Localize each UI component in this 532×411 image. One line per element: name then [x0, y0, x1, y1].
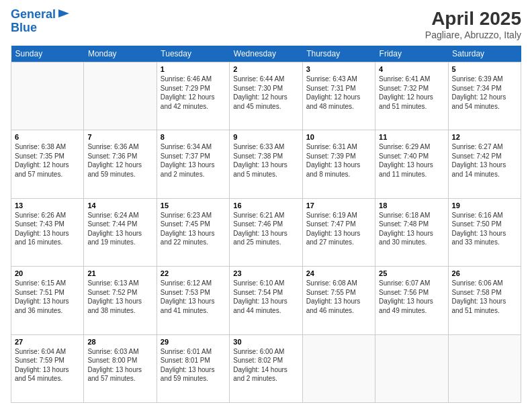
day-header-saturday: Saturday [448, 46, 521, 62]
calendar-cell: 27Sunrise: 6:04 AM Sunset: 7:59 PM Dayli… [11, 334, 84, 402]
day-header-monday: Monday [84, 46, 157, 62]
day-number: 19 [452, 201, 517, 210]
day-info: Sunrise: 6:13 AM Sunset: 7:52 PM Dayligh… [87, 279, 152, 315]
calendar-cell: 18Sunrise: 6:18 AM Sunset: 7:48 PM Dayli… [375, 198, 448, 266]
day-number: 4 [379, 65, 444, 73]
calendar-cell [302, 334, 375, 402]
day-number: 20 [15, 269, 80, 277]
day-number: 23 [233, 269, 298, 277]
day-number: 30 [233, 338, 298, 346]
day-number: 10 [306, 133, 371, 141]
page: General Blue April 2025 Pagliare, Abruzz… [0, 0, 532, 411]
calendar-cell: 10Sunrise: 6:31 AM Sunset: 7:39 PM Dayli… [302, 130, 375, 198]
day-info: Sunrise: 6:06 AM Sunset: 7:58 PM Dayligh… [452, 279, 517, 315]
title-block: April 2025 Pagliare, Abruzzo, Italy [425, 8, 521, 40]
day-number: 18 [379, 201, 444, 210]
day-info: Sunrise: 6:18 AM Sunset: 7:48 PM Dayligh… [379, 211, 444, 247]
calendar-cell: 29Sunrise: 6:01 AM Sunset: 8:01 PM Dayli… [157, 334, 229, 402]
calendar-title: April 2025 [425, 8, 521, 30]
logo-text: General [11, 8, 56, 21]
week-row-4: 20Sunrise: 6:15 AM Sunset: 7:51 PM Dayli… [11, 267, 521, 334]
day-info: Sunrise: 6:03 AM Sunset: 8:00 PM Dayligh… [87, 347, 152, 383]
day-info: Sunrise: 6:46 AM Sunset: 7:29 PM Dayligh… [161, 75, 226, 111]
calendar-subtitle: Pagliare, Abruzzo, Italy [425, 30, 521, 40]
calendar-cell: 26Sunrise: 6:06 AM Sunset: 7:58 PM Dayli… [448, 267, 521, 334]
day-info: Sunrise: 6:23 AM Sunset: 7:45 PM Dayligh… [161, 211, 226, 247]
calendar-cell: 6Sunrise: 6:38 AM Sunset: 7:35 PM Daylig… [11, 130, 84, 198]
day-number: 15 [161, 201, 226, 210]
day-info: Sunrise: 6:26 AM Sunset: 7:43 PM Dayligh… [15, 211, 80, 247]
day-info: Sunrise: 6:41 AM Sunset: 7:32 PM Dayligh… [379, 75, 444, 111]
day-number: 28 [87, 338, 152, 346]
calendar-header-row: SundayMondayTuesdayWednesdayThursdayFrid… [11, 46, 521, 62]
logo-icon [57, 8, 71, 21]
day-number: 3 [306, 65, 371, 73]
day-info: Sunrise: 6:43 AM Sunset: 7:31 PM Dayligh… [306, 75, 371, 111]
day-header-friday: Friday [375, 46, 448, 62]
calendar-cell: 15Sunrise: 6:23 AM Sunset: 7:45 PM Dayli… [157, 198, 229, 266]
day-info: Sunrise: 6:31 AM Sunset: 7:39 PM Dayligh… [306, 142, 371, 179]
day-info: Sunrise: 6:07 AM Sunset: 7:56 PM Dayligh… [379, 279, 444, 315]
calendar-cell: 23Sunrise: 6:10 AM Sunset: 7:54 PM Dayli… [230, 267, 302, 334]
day-number: 22 [161, 269, 226, 277]
day-number: 5 [452, 65, 517, 73]
day-info: Sunrise: 6:01 AM Sunset: 8:01 PM Dayligh… [161, 347, 226, 383]
calendar-cell [84, 62, 157, 130]
calendar-cell: 16Sunrise: 6:21 AM Sunset: 7:46 PM Dayli… [230, 198, 302, 266]
day-info: Sunrise: 6:12 AM Sunset: 7:53 PM Dayligh… [161, 279, 226, 315]
calendar-cell: 21Sunrise: 6:13 AM Sunset: 7:52 PM Dayli… [84, 267, 157, 334]
day-number: 24 [306, 269, 371, 277]
day-number: 29 [161, 338, 226, 346]
calendar-cell: 30Sunrise: 6:00 AM Sunset: 8:02 PM Dayli… [230, 334, 302, 402]
calendar-body: 1Sunrise: 6:46 AM Sunset: 7:29 PM Daylig… [11, 62, 521, 403]
logo: General Blue [11, 8, 71, 35]
day-info: Sunrise: 6:04 AM Sunset: 7:59 PM Dayligh… [15, 347, 80, 383]
day-info: Sunrise: 6:16 AM Sunset: 7:50 PM Dayligh… [452, 211, 517, 247]
calendar-cell: 3Sunrise: 6:43 AM Sunset: 7:31 PM Daylig… [302, 62, 375, 130]
day-header-sunday: Sunday [11, 46, 84, 62]
calendar-cell: 12Sunrise: 6:27 AM Sunset: 7:42 PM Dayli… [448, 130, 521, 198]
day-info: Sunrise: 6:19 AM Sunset: 7:47 PM Dayligh… [306, 211, 371, 247]
svg-marker-0 [58, 9, 69, 17]
calendar-cell: 14Sunrise: 6:24 AM Sunset: 7:44 PM Dayli… [84, 198, 157, 266]
week-row-5: 27Sunrise: 6:04 AM Sunset: 7:59 PM Dayli… [11, 334, 521, 402]
day-number: 6 [15, 133, 80, 141]
day-number: 27 [15, 338, 80, 346]
calendar-cell: 19Sunrise: 6:16 AM Sunset: 7:50 PM Dayli… [448, 198, 521, 266]
day-info: Sunrise: 6:36 AM Sunset: 7:36 PM Dayligh… [87, 142, 152, 179]
day-number: 1 [161, 65, 226, 73]
calendar-cell: 28Sunrise: 6:03 AM Sunset: 8:00 PM Dayli… [84, 334, 157, 402]
day-number: 2 [233, 65, 298, 73]
day-header-tuesday: Tuesday [157, 46, 229, 62]
day-number: 26 [452, 269, 517, 277]
calendar-cell: 2Sunrise: 6:44 AM Sunset: 7:30 PM Daylig… [230, 62, 302, 130]
day-number: 8 [161, 133, 226, 141]
calendar-cell: 20Sunrise: 6:15 AM Sunset: 7:51 PM Dayli… [11, 267, 84, 334]
week-row-3: 13Sunrise: 6:26 AM Sunset: 7:43 PM Dayli… [11, 198, 521, 266]
calendar-cell [448, 334, 521, 402]
calendar-cell: 25Sunrise: 6:07 AM Sunset: 7:56 PM Dayli… [375, 267, 448, 334]
week-row-1: 1Sunrise: 6:46 AM Sunset: 7:29 PM Daylig… [11, 62, 521, 130]
day-info: Sunrise: 6:00 AM Sunset: 8:02 PM Dayligh… [233, 347, 298, 383]
day-number: 12 [452, 133, 517, 141]
day-info: Sunrise: 6:24 AM Sunset: 7:44 PM Dayligh… [87, 211, 152, 247]
day-number: 7 [87, 133, 152, 141]
day-info: Sunrise: 6:38 AM Sunset: 7:35 PM Dayligh… [15, 142, 80, 179]
calendar-cell: 11Sunrise: 6:29 AM Sunset: 7:40 PM Dayli… [375, 130, 448, 198]
day-header-wednesday: Wednesday [230, 46, 302, 62]
day-info: Sunrise: 6:44 AM Sunset: 7:30 PM Dayligh… [233, 75, 298, 111]
calendar-cell: 9Sunrise: 6:33 AM Sunset: 7:38 PM Daylig… [230, 130, 302, 198]
calendar-cell: 1Sunrise: 6:46 AM Sunset: 7:29 PM Daylig… [157, 62, 229, 130]
day-number: 25 [379, 269, 444, 277]
day-info: Sunrise: 6:15 AM Sunset: 7:51 PM Dayligh… [15, 279, 80, 315]
day-info: Sunrise: 6:29 AM Sunset: 7:40 PM Dayligh… [379, 142, 444, 179]
calendar-cell: 7Sunrise: 6:36 AM Sunset: 7:36 PM Daylig… [84, 130, 157, 198]
day-number: 9 [233, 133, 298, 141]
day-info: Sunrise: 6:27 AM Sunset: 7:42 PM Dayligh… [452, 142, 517, 179]
calendar-cell [375, 334, 448, 402]
calendar-cell: 13Sunrise: 6:26 AM Sunset: 7:43 PM Dayli… [11, 198, 84, 266]
day-number: 13 [15, 201, 80, 210]
day-number: 14 [87, 201, 152, 210]
day-info: Sunrise: 6:33 AM Sunset: 7:38 PM Dayligh… [233, 142, 298, 179]
calendar-cell: 5Sunrise: 6:39 AM Sunset: 7:34 PM Daylig… [448, 62, 521, 130]
